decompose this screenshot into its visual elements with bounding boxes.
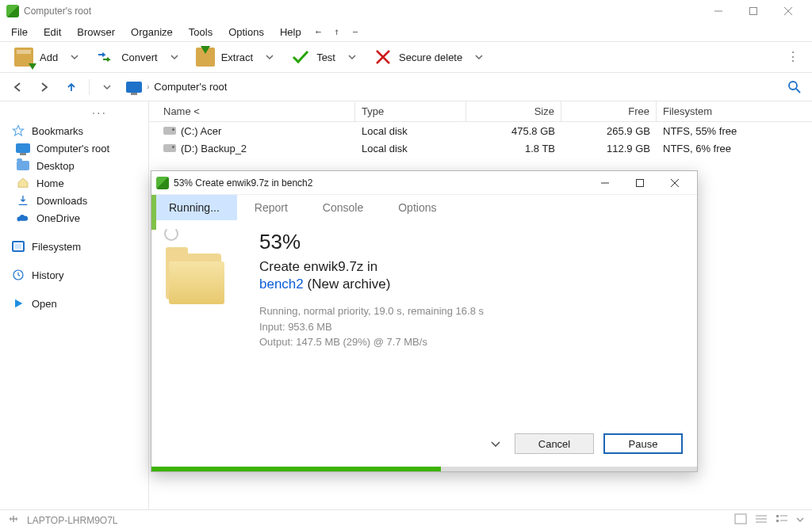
add-button[interactable]: Add [6,44,66,70]
chevron-down-icon [103,83,111,91]
minimize-button[interactable] [701,0,736,22]
chevron-down-icon [475,53,483,61]
app-icon [156,177,169,189]
view-details-icon[interactable] [776,513,788,527]
tab-options[interactable]: Options [381,195,454,220]
cell-size: 1.8 TB [466,143,561,154]
search-icon [787,80,802,94]
resize-icon [8,513,19,527]
progress-bar-fill [151,467,441,471]
svg-line-7 [796,89,800,93]
convert-button[interactable]: Convert [88,44,166,70]
monitor-icon [16,143,30,153]
chevron-down-icon [266,53,274,61]
close-button[interactable] [771,0,806,22]
nav-back-button[interactable] [6,76,29,98]
cell-name: (C:) Acer [181,125,221,137]
col-name[interactable]: Name < [157,101,355,122]
disk-icon [163,144,176,152]
vertical-dots-icon: ⋮ [787,50,799,63]
nav-separator [89,79,90,95]
breadcrumb[interactable]: › Computer's root [123,81,779,93]
menu-browser[interactable]: Browser [69,25,123,40]
extract-button[interactable]: Extract [188,44,261,70]
extract-dropdown[interactable] [261,53,278,61]
star-icon [11,124,25,137]
sidebar-item-home[interactable]: Home [3,174,145,192]
chevron-down-icon [491,439,500,448]
secure-delete-button[interactable]: Secure delete [366,44,470,70]
destination-line: bench2 (New archive) [259,276,684,292]
col-type[interactable]: Type [355,101,466,122]
view-list-icon[interactable] [755,513,768,527]
play-icon [11,297,25,310]
menu-shortcut-minus-icon[interactable]: − [346,25,364,39]
sidebar: ··· Bookmarks Computer's root Desktop Ho… [0,101,149,509]
nav-forward-button[interactable] [33,76,56,98]
breadcrumb-root-dropdown[interactable] [96,76,118,98]
cell-free: 265.9 GB [561,125,657,137]
dialog-minimize-button[interactable] [588,172,622,194]
svg-rect-15 [776,515,779,517]
menu-help[interactable]: Help [272,25,309,40]
history-label: History [32,269,63,281]
sidebar-bookmarks-header[interactable]: Bookmarks [3,122,145,139]
convert-arrows-icon [96,48,115,67]
nav-up-button[interactable] [60,76,82,98]
menu-edit[interactable]: Edit [36,25,69,40]
toolbar: Add Convert Extract T [0,41,812,73]
sidebar-more-icon[interactable]: ··· [3,105,145,122]
table-row[interactable]: (D:) Backup_2 Local disk 1.8 TB 112.9 GB… [149,139,812,157]
add-dropdown[interactable] [66,53,83,61]
menu-organize[interactable]: Organize [123,25,181,40]
svg-rect-17 [776,520,779,522]
tab-running[interactable]: Running... [151,195,237,220]
menu-shortcut-left-icon[interactable]: ← [309,25,327,39]
menu-shortcut-up-icon[interactable]: ↑ [327,25,346,39]
extract-label: Extract [221,51,253,63]
test-dropdown[interactable] [343,53,361,61]
spinner-icon [164,227,178,241]
col-free[interactable]: Free [561,101,657,122]
view-more-icon[interactable] [796,515,804,526]
menu-options[interactable]: Options [220,25,272,40]
col-filesystem[interactable]: Filesystem [657,101,812,122]
table-row[interactable]: (C:) Acer Local disk 475.8 GB 265.9 GB N… [149,122,812,139]
breadcrumb-current: Computer's root [154,81,227,93]
disk-icon [163,127,176,135]
view-large-icon[interactable] [734,513,747,527]
sidebar-item-downloads[interactable]: Downloads [3,192,145,209]
folder-icon-large [164,250,226,312]
test-button[interactable]: Test [283,44,343,70]
home-icon [16,177,30,189]
cell-free: 112.9 GB [561,143,657,154]
sidebar-history[interactable]: History [3,266,145,284]
convert-dropdown[interactable] [166,53,183,61]
sidebar-open[interactable]: Open [3,295,145,312]
search-button[interactable] [783,76,806,98]
download-icon [16,194,30,207]
dialog-accent [151,195,156,230]
menu-file[interactable]: File [3,25,36,40]
secure-delete-dropdown[interactable] [470,53,488,61]
convert-label: Convert [121,51,158,63]
toolbar-overflow-button[interactable]: ⋮ [780,51,806,63]
sidebar-item-onedrive[interactable]: OneDrive [3,209,145,227]
test-label: Test [316,51,335,63]
dialog-maximize-button[interactable] [622,172,657,194]
box-add-icon [14,48,33,67]
pause-button[interactable]: Pause [603,433,683,454]
col-size[interactable]: Size [466,101,561,122]
check-icon [291,48,310,67]
maximize-button[interactable] [736,0,771,22]
cancel-button[interactable]: Cancel [515,433,594,454]
dialog-close-button[interactable] [657,172,692,194]
menu-tools[interactable]: Tools [181,25,220,40]
tab-console[interactable]: Console [305,195,381,220]
sidebar-item-computers-root[interactable]: Computer's root [3,139,145,157]
tab-report[interactable]: Report [237,195,305,220]
sidebar-item-desktop[interactable]: Desktop [3,157,145,174]
destination-link[interactable]: bench2 [259,276,304,292]
dialog-options-dropdown[interactable] [486,439,505,448]
sidebar-filesystem[interactable]: Filesystem [3,238,145,255]
